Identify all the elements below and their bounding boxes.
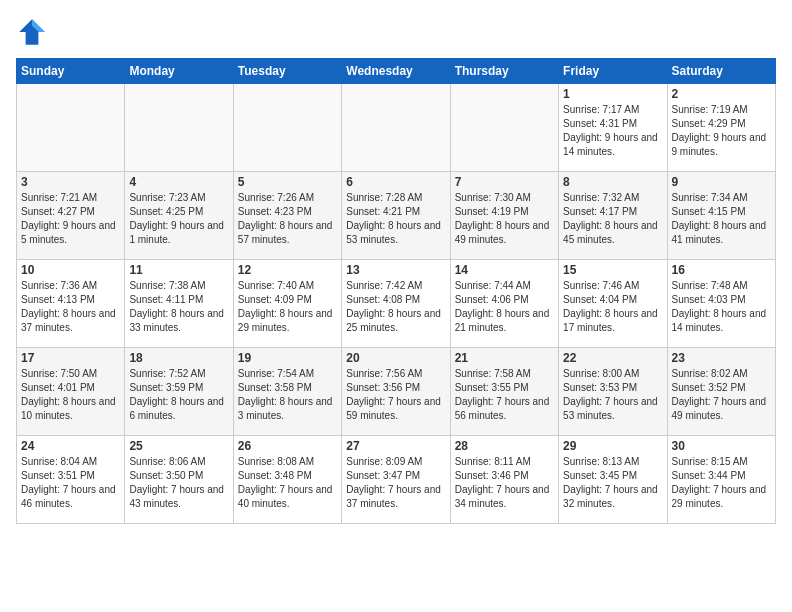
day-number: 7 xyxy=(455,175,554,189)
day-info: Sunrise: 7:46 AM Sunset: 4:04 PM Dayligh… xyxy=(563,279,662,335)
calendar-week-4: 17Sunrise: 7:50 AM Sunset: 4:01 PM Dayli… xyxy=(17,348,776,436)
day-info: Sunrise: 7:36 AM Sunset: 4:13 PM Dayligh… xyxy=(21,279,120,335)
calendar-week-3: 10Sunrise: 7:36 AM Sunset: 4:13 PM Dayli… xyxy=(17,260,776,348)
day-info: Sunrise: 8:08 AM Sunset: 3:48 PM Dayligh… xyxy=(238,455,337,511)
day-info: Sunrise: 7:23 AM Sunset: 4:25 PM Dayligh… xyxy=(129,191,228,247)
day-info: Sunrise: 8:00 AM Sunset: 3:53 PM Dayligh… xyxy=(563,367,662,423)
day-number: 13 xyxy=(346,263,445,277)
calendar-cell: 16Sunrise: 7:48 AM Sunset: 4:03 PM Dayli… xyxy=(667,260,775,348)
calendar-cell: 7Sunrise: 7:30 AM Sunset: 4:19 PM Daylig… xyxy=(450,172,558,260)
weekday-sunday: Sunday xyxy=(17,59,125,84)
weekday-header-row: SundayMondayTuesdayWednesdayThursdayFrid… xyxy=(17,59,776,84)
calendar-cell: 13Sunrise: 7:42 AM Sunset: 4:08 PM Dayli… xyxy=(342,260,450,348)
day-info: Sunrise: 7:26 AM Sunset: 4:23 PM Dayligh… xyxy=(238,191,337,247)
day-number: 5 xyxy=(238,175,337,189)
calendar-cell: 3Sunrise: 7:21 AM Sunset: 4:27 PM Daylig… xyxy=(17,172,125,260)
weekday-tuesday: Tuesday xyxy=(233,59,341,84)
weekday-wednesday: Wednesday xyxy=(342,59,450,84)
calendar-cell: 9Sunrise: 7:34 AM Sunset: 4:15 PM Daylig… xyxy=(667,172,775,260)
day-number: 15 xyxy=(563,263,662,277)
calendar-week-2: 3Sunrise: 7:21 AM Sunset: 4:27 PM Daylig… xyxy=(17,172,776,260)
day-info: Sunrise: 7:32 AM Sunset: 4:17 PM Dayligh… xyxy=(563,191,662,247)
calendar-cell: 8Sunrise: 7:32 AM Sunset: 4:17 PM Daylig… xyxy=(559,172,667,260)
calendar-cell: 5Sunrise: 7:26 AM Sunset: 4:23 PM Daylig… xyxy=(233,172,341,260)
weekday-monday: Monday xyxy=(125,59,233,84)
calendar-cell: 27Sunrise: 8:09 AM Sunset: 3:47 PM Dayli… xyxy=(342,436,450,524)
calendar-cell: 24Sunrise: 8:04 AM Sunset: 3:51 PM Dayli… xyxy=(17,436,125,524)
day-number: 10 xyxy=(21,263,120,277)
day-number: 9 xyxy=(672,175,771,189)
calendar-cell: 15Sunrise: 7:46 AM Sunset: 4:04 PM Dayli… xyxy=(559,260,667,348)
calendar-cell: 1Sunrise: 7:17 AM Sunset: 4:31 PM Daylig… xyxy=(559,84,667,172)
calendar-week-5: 24Sunrise: 8:04 AM Sunset: 3:51 PM Dayli… xyxy=(17,436,776,524)
calendar-cell: 12Sunrise: 7:40 AM Sunset: 4:09 PM Dayli… xyxy=(233,260,341,348)
calendar-cell: 25Sunrise: 8:06 AM Sunset: 3:50 PM Dayli… xyxy=(125,436,233,524)
calendar-cell xyxy=(125,84,233,172)
calendar-cell: 19Sunrise: 7:54 AM Sunset: 3:58 PM Dayli… xyxy=(233,348,341,436)
calendar-cell: 6Sunrise: 7:28 AM Sunset: 4:21 PM Daylig… xyxy=(342,172,450,260)
calendar-cell xyxy=(17,84,125,172)
day-info: Sunrise: 7:52 AM Sunset: 3:59 PM Dayligh… xyxy=(129,367,228,423)
calendar-cell: 22Sunrise: 8:00 AM Sunset: 3:53 PM Dayli… xyxy=(559,348,667,436)
weekday-friday: Friday xyxy=(559,59,667,84)
calendar-body: 1Sunrise: 7:17 AM Sunset: 4:31 PM Daylig… xyxy=(17,84,776,524)
day-info: Sunrise: 8:06 AM Sunset: 3:50 PM Dayligh… xyxy=(129,455,228,511)
day-info: Sunrise: 8:15 AM Sunset: 3:44 PM Dayligh… xyxy=(672,455,771,511)
day-info: Sunrise: 7:19 AM Sunset: 4:29 PM Dayligh… xyxy=(672,103,771,159)
day-number: 24 xyxy=(21,439,120,453)
day-info: Sunrise: 7:42 AM Sunset: 4:08 PM Dayligh… xyxy=(346,279,445,335)
calendar-cell: 4Sunrise: 7:23 AM Sunset: 4:25 PM Daylig… xyxy=(125,172,233,260)
day-number: 19 xyxy=(238,351,337,365)
calendar-cell: 26Sunrise: 8:08 AM Sunset: 3:48 PM Dayli… xyxy=(233,436,341,524)
day-info: Sunrise: 7:50 AM Sunset: 4:01 PM Dayligh… xyxy=(21,367,120,423)
calendar-cell xyxy=(450,84,558,172)
calendar-cell: 28Sunrise: 8:11 AM Sunset: 3:46 PM Dayli… xyxy=(450,436,558,524)
day-info: Sunrise: 8:13 AM Sunset: 3:45 PM Dayligh… xyxy=(563,455,662,511)
day-info: Sunrise: 7:28 AM Sunset: 4:21 PM Dayligh… xyxy=(346,191,445,247)
day-number: 20 xyxy=(346,351,445,365)
calendar-cell: 20Sunrise: 7:56 AM Sunset: 3:56 PM Dayli… xyxy=(342,348,450,436)
day-number: 21 xyxy=(455,351,554,365)
day-info: Sunrise: 7:54 AM Sunset: 3:58 PM Dayligh… xyxy=(238,367,337,423)
calendar-cell: 23Sunrise: 8:02 AM Sunset: 3:52 PM Dayli… xyxy=(667,348,775,436)
calendar-cell: 14Sunrise: 7:44 AM Sunset: 4:06 PM Dayli… xyxy=(450,260,558,348)
day-number: 6 xyxy=(346,175,445,189)
day-number: 28 xyxy=(455,439,554,453)
day-info: Sunrise: 7:34 AM Sunset: 4:15 PM Dayligh… xyxy=(672,191,771,247)
calendar-cell: 29Sunrise: 8:13 AM Sunset: 3:45 PM Dayli… xyxy=(559,436,667,524)
day-number: 11 xyxy=(129,263,228,277)
day-number: 26 xyxy=(238,439,337,453)
calendar-cell: 10Sunrise: 7:36 AM Sunset: 4:13 PM Dayli… xyxy=(17,260,125,348)
weekday-saturday: Saturday xyxy=(667,59,775,84)
day-info: Sunrise: 7:17 AM Sunset: 4:31 PM Dayligh… xyxy=(563,103,662,159)
day-info: Sunrise: 7:56 AM Sunset: 3:56 PM Dayligh… xyxy=(346,367,445,423)
day-info: Sunrise: 7:40 AM Sunset: 4:09 PM Dayligh… xyxy=(238,279,337,335)
day-number: 16 xyxy=(672,263,771,277)
day-number: 12 xyxy=(238,263,337,277)
day-info: Sunrise: 7:48 AM Sunset: 4:03 PM Dayligh… xyxy=(672,279,771,335)
calendar-table: SundayMondayTuesdayWednesdayThursdayFrid… xyxy=(16,58,776,524)
weekday-thursday: Thursday xyxy=(450,59,558,84)
day-info: Sunrise: 8:04 AM Sunset: 3:51 PM Dayligh… xyxy=(21,455,120,511)
calendar-week-1: 1Sunrise: 7:17 AM Sunset: 4:31 PM Daylig… xyxy=(17,84,776,172)
day-info: Sunrise: 7:58 AM Sunset: 3:55 PM Dayligh… xyxy=(455,367,554,423)
page-header xyxy=(16,16,776,48)
calendar-cell: 21Sunrise: 7:58 AM Sunset: 3:55 PM Dayli… xyxy=(450,348,558,436)
logo-icon xyxy=(16,16,48,48)
day-number: 14 xyxy=(455,263,554,277)
day-info: Sunrise: 8:09 AM Sunset: 3:47 PM Dayligh… xyxy=(346,455,445,511)
calendar-cell: 2Sunrise: 7:19 AM Sunset: 4:29 PM Daylig… xyxy=(667,84,775,172)
day-number: 3 xyxy=(21,175,120,189)
day-number: 30 xyxy=(672,439,771,453)
calendar-cell: 18Sunrise: 7:52 AM Sunset: 3:59 PM Dayli… xyxy=(125,348,233,436)
calendar-cell xyxy=(233,84,341,172)
day-number: 22 xyxy=(563,351,662,365)
calendar-cell: 11Sunrise: 7:38 AM Sunset: 4:11 PM Dayli… xyxy=(125,260,233,348)
day-info: Sunrise: 7:38 AM Sunset: 4:11 PM Dayligh… xyxy=(129,279,228,335)
day-number: 4 xyxy=(129,175,228,189)
day-info: Sunrise: 7:30 AM Sunset: 4:19 PM Dayligh… xyxy=(455,191,554,247)
calendar-cell: 30Sunrise: 8:15 AM Sunset: 3:44 PM Dayli… xyxy=(667,436,775,524)
day-number: 1 xyxy=(563,87,662,101)
day-number: 8 xyxy=(563,175,662,189)
day-number: 2 xyxy=(672,87,771,101)
